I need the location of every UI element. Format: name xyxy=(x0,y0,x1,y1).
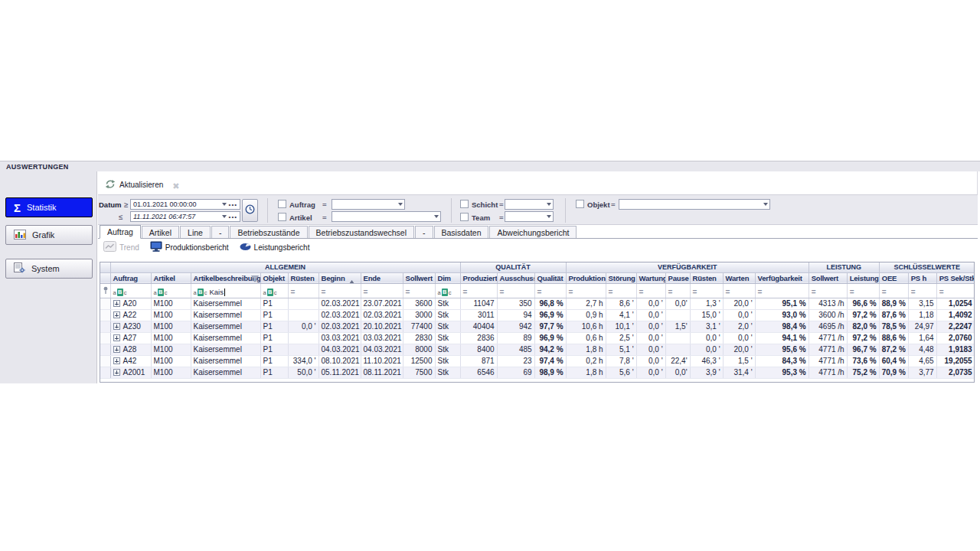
cell-4-16[interactable]: 0,0 ' xyxy=(690,344,723,355)
cell-0-7[interactable]: 3600 xyxy=(403,298,435,309)
filter-cell-18[interactable]: = xyxy=(755,283,808,298)
checkbox-team[interactable] xyxy=(460,213,469,221)
cell-3-13[interactable]: 2,5 ' xyxy=(606,332,636,344)
cell-4-15[interactable] xyxy=(665,344,690,355)
cell-1-18[interactable]: 93,0 % xyxy=(755,309,808,321)
cell-2-22[interactable]: 24,97 xyxy=(908,321,936,332)
combo-artikel[interactable] xyxy=(332,211,441,222)
cell-6-14[interactable]: 0,0 ' xyxy=(636,367,665,378)
expand-icon[interactable] xyxy=(113,369,120,376)
cell-3-23[interactable]: 2,0760 xyxy=(936,332,975,344)
cell-6-13[interactable]: 5,6 ' xyxy=(606,367,636,378)
filter-cell-17[interactable]: = xyxy=(723,283,755,298)
cell-4-4[interactable] xyxy=(288,344,318,355)
column-header-1[interactable]: Artikel xyxy=(151,272,191,283)
cell-3-4[interactable] xyxy=(288,332,318,344)
cell-0-19[interactable]: 4313 /h xyxy=(808,298,847,309)
cell-2-18[interactable]: 98,4 % xyxy=(755,321,808,332)
column-header-20[interactable]: Leistung xyxy=(847,272,879,283)
cell-5-18[interactable]: 84,3 % xyxy=(755,355,808,367)
date-from-input[interactable]: 01.01.2021 00:00:00 ••• xyxy=(130,199,240,210)
filter-cell-13[interactable]: = xyxy=(606,283,636,298)
cell-3-19[interactable]: 4771 /h xyxy=(808,332,847,344)
cell-3-5[interactable]: 03.03.2021 1... xyxy=(318,332,361,344)
cell-4-10[interactable]: 485 xyxy=(497,344,534,355)
cell-6-22[interactable]: 3,77 xyxy=(908,367,936,378)
cell-2-23[interactable]: 2,2247 xyxy=(936,321,975,332)
filter-cell-5[interactable]: = xyxy=(318,283,361,298)
cell-1-22[interactable]: 1,18 xyxy=(908,309,936,321)
filter-funnel-icon[interactable] xyxy=(251,276,259,284)
filter-cell-2[interactable]: aBcKais xyxy=(191,283,260,298)
combo-schicht[interactable] xyxy=(505,199,554,210)
column-header-14[interactable]: Wartung xyxy=(636,272,665,283)
cell-3-9[interactable]: 2836 xyxy=(460,332,497,344)
cell-2-20[interactable]: 82,0 % xyxy=(847,321,879,332)
cell-5-0[interactable]: A42 xyxy=(110,355,151,367)
cell-3-10[interactable]: 89 xyxy=(497,332,534,344)
filter-cell-7[interactable]: = xyxy=(403,283,435,298)
expand-icon[interactable] xyxy=(113,323,120,330)
dropdown-arrow-icon[interactable] xyxy=(222,203,227,206)
cell-6-17[interactable]: 31,4 ' xyxy=(723,367,755,378)
cell-3-15[interactable] xyxy=(665,332,690,344)
column-header-2[interactable]: Artikelbeschreibung xyxy=(191,272,260,283)
cell-1-0[interactable]: A22 xyxy=(110,309,151,321)
cell-6-5[interactable]: 05.11.2021 0... xyxy=(318,367,361,378)
cell-0-1[interactable]: M100 xyxy=(151,298,191,309)
cell-1-10[interactable]: 94 xyxy=(497,309,534,321)
cell-4-8[interactable]: Stk xyxy=(435,344,460,355)
cell-0-2[interactable]: Kaisersemmel xyxy=(191,298,260,309)
dropdown-arrow-icon[interactable] xyxy=(763,203,768,206)
cell-5-11[interactable]: 97,4 % xyxy=(534,355,566,367)
cell-6-20[interactable]: 75,2 % xyxy=(847,367,879,378)
filter-cell-12[interactable]: = xyxy=(566,283,606,298)
cell-6-21[interactable]: 70,9 % xyxy=(879,367,908,378)
column-header-3[interactable]: Objekt xyxy=(260,272,288,283)
cell-3-12[interactable]: 0,6 h xyxy=(566,332,606,344)
cell-4-20[interactable]: 96,7 % xyxy=(847,344,879,355)
column-header-0[interactable]: Auftrag xyxy=(110,272,151,283)
cell-0-16[interactable]: 1,3 ' xyxy=(690,298,723,309)
tab-abweichungsbericht[interactable]: Abweichungsbericht xyxy=(489,226,577,238)
cell-2-3[interactable]: P1 xyxy=(260,321,288,332)
cell-1-3[interactable]: P1 xyxy=(260,309,288,321)
cell-1-19[interactable]: 3600 /h xyxy=(808,309,847,321)
cell-6-12[interactable]: 1,8 h xyxy=(566,367,606,378)
refresh-button[interactable]: Aktualisieren xyxy=(105,179,163,191)
tab-dash-6[interactable]: - xyxy=(415,226,433,238)
cell-2-14[interactable]: 0,0 ' xyxy=(636,321,665,332)
sidebar-item-system[interactable]: System xyxy=(5,259,93,279)
cell-5-10[interactable]: 23 xyxy=(497,355,534,367)
cell-0-20[interactable]: 96,6 % xyxy=(847,298,879,309)
report-button-produktionsbericht[interactable]: Produktionsbericht xyxy=(150,241,229,253)
column-header-21[interactable]: OEE xyxy=(879,272,908,283)
tab-artikel[interactable]: Artikel xyxy=(142,226,179,238)
cell-1-12[interactable]: 0,9 h xyxy=(566,309,606,321)
cell-5-7[interactable]: 12500 xyxy=(403,355,435,367)
cell-1-6[interactable]: 02.03.2021 1... xyxy=(361,309,403,321)
column-header-18[interactable]: Verfügbarkeit xyxy=(755,272,808,283)
column-header-19[interactable]: Sollwert xyxy=(808,272,847,283)
filter-cell-3[interactable]: aBc xyxy=(260,283,288,298)
cell-1-4[interactable] xyxy=(288,309,318,321)
cell-4-9[interactable]: 8400 xyxy=(460,344,497,355)
cell-6-4[interactable]: 50,0 ' xyxy=(288,367,318,378)
column-header-8[interactable]: Dim xyxy=(435,272,460,283)
combo-team[interactable] xyxy=(505,211,554,222)
cell-5-13[interactable]: 7,8 ' xyxy=(606,355,636,367)
cell-1-2[interactable]: Kaisersemmel xyxy=(191,309,260,321)
cell-2-7[interactable]: 77400 xyxy=(403,321,435,332)
filter-cell-16[interactable]: = xyxy=(690,283,723,298)
cell-1-14[interactable]: 0,0 ' xyxy=(636,309,665,321)
tab-auftrag[interactable]: Auftrag xyxy=(100,225,141,239)
cell-6-10[interactable]: 69 xyxy=(497,367,534,378)
checkbox-schicht[interactable] xyxy=(460,200,469,208)
close-icon[interactable]: ✖ xyxy=(172,182,179,191)
cell-2-4[interactable]: 0,0 ' xyxy=(288,321,318,332)
cell-4-14[interactable]: 0,0 ' xyxy=(636,344,665,355)
column-header-4[interactable]: Rüsten xyxy=(288,272,318,283)
time-picker-button[interactable] xyxy=(242,199,258,222)
cell-4-3[interactable]: P1 xyxy=(260,344,288,355)
column-header-9[interactable]: Produziert xyxy=(460,272,497,283)
